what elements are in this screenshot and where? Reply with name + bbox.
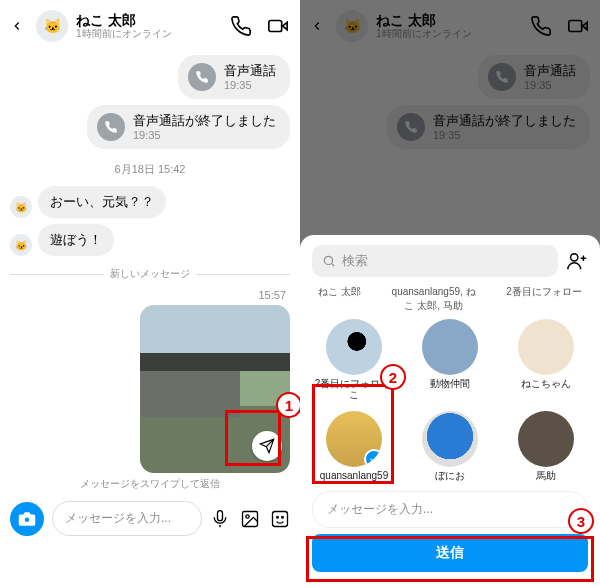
- contact-cell[interactable]: ぼにお: [402, 411, 498, 482]
- sheet-message-input[interactable]: メッセージを入力...: [312, 491, 588, 528]
- svg-point-5: [246, 514, 249, 517]
- chat-title: ねこ 太郎: [76, 13, 230, 28]
- share-pane: 🐱 ねこ 太郎 1時間前にオンライン 音声通話19:35 音声通話が終了しました…: [300, 0, 600, 588]
- camera-button[interactable]: [10, 502, 44, 536]
- recent-label: quansanlang59, ねこ 太郎, 马助: [390, 285, 478, 313]
- call-time: 19:35: [133, 129, 276, 141]
- annotation-number-1: 1: [276, 392, 300, 418]
- annotation-number-3: 3: [568, 508, 594, 534]
- message-time: 15:57: [0, 289, 300, 305]
- back-icon[interactable]: [10, 19, 28, 33]
- swipe-hint: メッセージをスワイプして返信: [0, 477, 300, 491]
- contact-label: 動物仲間: [430, 378, 470, 390]
- contact-label: ぼにお: [435, 470, 465, 482]
- svg-marker-1: [283, 22, 288, 29]
- add-people-icon[interactable]: [566, 250, 588, 272]
- annotation-box-3: [306, 536, 594, 582]
- new-message-divider: 新しいメッセージ: [10, 267, 290, 281]
- svg-rect-0: [269, 21, 282, 32]
- call-icon[interactable]: [230, 15, 252, 37]
- search-input[interactable]: 検索: [312, 245, 558, 277]
- annotation-number-2: 2: [380, 364, 406, 390]
- gallery-icon[interactable]: [240, 509, 260, 529]
- phone-icon: [188, 63, 216, 91]
- search-icon: [322, 254, 336, 268]
- call-log-row: 音声通話が終了しました 19:35: [0, 102, 300, 152]
- svg-point-8: [282, 516, 284, 518]
- annotation-box-2: [312, 384, 394, 484]
- message-row: 🐱 遊ぼう！: [0, 221, 300, 259]
- chat-pane: 🐱 ねこ 太郎 1時間前にオンライン 音声通話 19:35: [0, 0, 300, 588]
- annotation-box-1: [225, 410, 281, 466]
- svg-line-12: [332, 263, 335, 266]
- avatar[interactable]: 🐱: [10, 196, 32, 218]
- svg-point-2: [25, 517, 30, 522]
- call-bubble[interactable]: 音声通話 19:35: [178, 55, 290, 99]
- call-label: 音声通話が終了しました: [133, 113, 276, 129]
- svg-point-13: [571, 253, 578, 260]
- svg-rect-6: [273, 511, 288, 526]
- composer: メッセージを入力...: [0, 495, 300, 542]
- message-row: 🐱 おーい、元気？？: [0, 183, 300, 221]
- contact-avatar[interactable]: [518, 319, 574, 375]
- call-label: 音声通話: [224, 63, 276, 79]
- phone-icon: [97, 113, 125, 141]
- contact-avatar[interactable]: [518, 411, 574, 467]
- recent-label: 2番目にフォロー: [506, 285, 582, 313]
- chat-subtitle: 1時間前にオンライン: [76, 28, 230, 39]
- svg-rect-3: [218, 510, 223, 520]
- call-bubble[interactable]: 音声通話が終了しました 19:35: [87, 105, 290, 149]
- call-log-row: 音声通話 19:35: [0, 52, 300, 102]
- message-input[interactable]: メッセージを入力...: [52, 501, 202, 536]
- svg-point-7: [277, 516, 279, 518]
- contact-avatar[interactable]: [326, 319, 382, 375]
- avatar[interactable]: 🐱: [10, 234, 32, 256]
- contact-cell[interactable]: ねこちゃん: [498, 319, 594, 401]
- message-bubble[interactable]: 遊ぼう！: [38, 224, 114, 256]
- contact-avatar[interactable]: [422, 411, 478, 467]
- video-icon[interactable]: [266, 15, 290, 37]
- contact-cell[interactable]: 馬助: [498, 411, 594, 482]
- mic-icon[interactable]: [210, 509, 230, 529]
- contact-label: ねこちゃん: [521, 378, 571, 390]
- contact-avatar[interactable]: [422, 319, 478, 375]
- call-time: 19:35: [224, 79, 276, 91]
- sticker-icon[interactable]: [270, 509, 290, 529]
- avatar[interactable]: 🐱: [36, 10, 68, 42]
- message-bubble[interactable]: おーい、元気？？: [38, 186, 166, 218]
- chat-header: 🐱 ねこ 太郎 1時間前にオンライン: [0, 0, 300, 52]
- date-stamp: 6月18日 15:42: [0, 162, 300, 177]
- svg-point-11: [324, 256, 332, 264]
- contact-label: 馬助: [536, 470, 556, 482]
- recent-label: ねこ 太郎: [318, 285, 361, 313]
- contact-cell[interactable]: 動物仲間: [402, 319, 498, 401]
